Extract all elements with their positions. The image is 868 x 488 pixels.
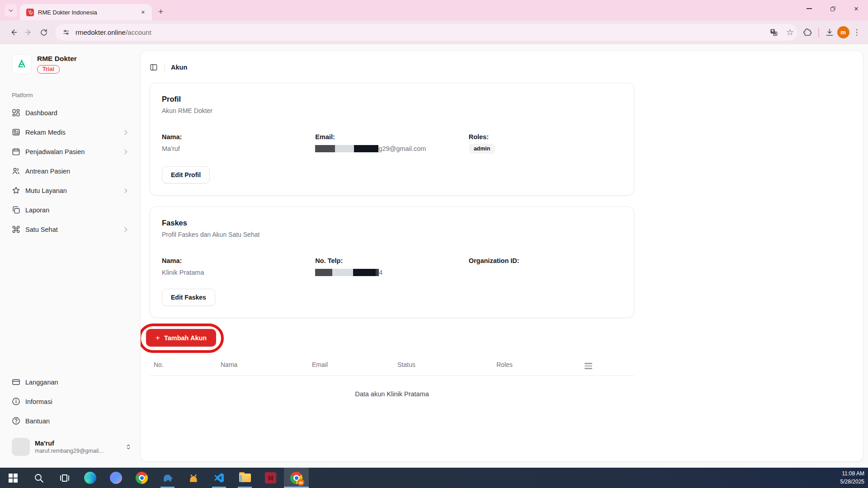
sidebar-item-label: Satu Sehat xyxy=(25,226,117,233)
file-explorer-icon xyxy=(239,474,251,482)
field-value-redacted: 4 xyxy=(315,269,468,276)
app-name: RME Dokter xyxy=(37,55,77,63)
sidebar-item-informasi[interactable]: Informasi xyxy=(12,392,132,411)
url-text: rmedokter.online/account xyxy=(75,28,151,37)
taskbar-postgresql[interactable] xyxy=(155,468,180,488)
taskbar-file-explorer[interactable] xyxy=(232,468,258,488)
sidebar-item-label: Dashboard xyxy=(25,109,129,117)
reload-icon xyxy=(40,28,48,37)
window-restore-button[interactable] xyxy=(821,0,844,17)
calendar-icon xyxy=(12,147,20,156)
back-icon xyxy=(9,28,18,37)
sidebar-item-antrean-pasien[interactable]: Antrean Pasien xyxy=(12,161,132,181)
sidebar-item-penjadwalan-pasien[interactable]: Penjadwalan Pasien xyxy=(12,142,132,161)
address-bar[interactable]: rmedokter.online/account ☆ xyxy=(55,24,797,41)
taskbar-orange-animal-app[interactable] xyxy=(180,468,206,488)
taskbar-search-button[interactable] xyxy=(26,468,52,488)
sidebar-user-button[interactable]: Ma'ruf maruf.rembang29@gmail... xyxy=(12,438,132,456)
field-label: No. Telp: xyxy=(315,257,468,264)
user-avatar xyxy=(12,438,30,456)
tab-title: RME Dokter Indonesia xyxy=(38,9,135,16)
menu-bars-icon xyxy=(585,363,592,369)
sidebar-item-label: Penjadwalan Pasien xyxy=(25,148,117,155)
column-header-roles: Roles xyxy=(496,361,585,369)
url-path: /account xyxy=(126,28,151,36)
window-minimize-button[interactable] xyxy=(797,0,821,17)
sidebar-item-mutu-layanan[interactable]: Mutu Layanan xyxy=(12,181,132,200)
task-view-button[interactable] xyxy=(52,468,77,488)
new-tab-button[interactable]: + xyxy=(158,7,163,16)
column-header-status: Status xyxy=(397,361,496,369)
sidebar-item-satu-sehat[interactable]: Satu Sehat xyxy=(12,220,132,239)
platform-section-label: Platform xyxy=(12,92,132,99)
mysql-icon: M xyxy=(265,472,276,483)
redaction-block xyxy=(335,145,354,152)
sidebar-item-rekam-medis[interactable]: Rekam Medis xyxy=(12,122,132,142)
translate-icon[interactable] xyxy=(767,26,781,39)
users-icon xyxy=(12,167,20,175)
taskbar-mysql[interactable]: M xyxy=(258,468,283,488)
copy-icon xyxy=(12,206,20,214)
restore-icon xyxy=(830,6,836,12)
tambah-akun-label: Tambah Akun xyxy=(164,334,207,342)
faskes-fields: Nama: Klinik Pratama No. Telp: 4 Organiz… xyxy=(162,257,622,276)
edit-profil-button[interactable]: Edit Profil xyxy=(162,166,210,183)
taskbar-clock[interactable]: 11:08 AM 5/28/2025 xyxy=(840,468,864,488)
sidebar-item-langganan[interactable]: Langganan xyxy=(12,372,132,392)
extensions-icon[interactable] xyxy=(801,26,815,39)
chevron-right-icon xyxy=(122,226,129,233)
window-controls: ✕ xyxy=(797,0,868,17)
taskbar-vscode[interactable] xyxy=(206,468,232,488)
clock-time: 11:08 AM xyxy=(840,470,864,478)
field-label: Email: xyxy=(315,133,468,141)
field-label: Nama: xyxy=(162,133,315,141)
info-icon xyxy=(12,397,20,406)
forward-button[interactable] xyxy=(21,25,36,40)
table-menu-button[interactable] xyxy=(585,361,634,369)
bookmark-star-icon[interactable]: ☆ xyxy=(786,27,794,38)
downloads-icon[interactable] xyxy=(823,26,836,39)
sidebar-item-dashboard[interactable]: Dashboard xyxy=(12,103,132,122)
profile-initial: m xyxy=(837,26,849,38)
reload-button[interactable] xyxy=(36,25,52,40)
faskes-card-subtitle: Profil Faskes dan Akun Satu Sehat xyxy=(162,231,622,238)
window-close-button[interactable]: ✕ xyxy=(844,0,868,17)
redaction-block xyxy=(315,145,335,152)
tab-close-icon[interactable]: ✕ xyxy=(139,9,147,16)
tambah-akun-button[interactable]: + Tambah Akun xyxy=(146,329,216,347)
chrome-icon: m xyxy=(290,472,302,484)
rme-dokter-favicon xyxy=(26,9,34,16)
sidebar-item-label: Laporan xyxy=(25,206,129,214)
taskbar-copilot[interactable] xyxy=(103,468,129,488)
accounts-table: No. Nama Email Status Roles Data akun Kl… xyxy=(150,357,634,398)
back-button[interactable] xyxy=(5,25,21,40)
page-title: Akun xyxy=(171,64,187,71)
sidebar-item-label: Langganan xyxy=(25,379,129,386)
start-button[interactable] xyxy=(0,468,26,488)
browser-profile-avatar[interactable]: m xyxy=(836,26,850,39)
taskbar-chrome[interactable] xyxy=(129,468,155,488)
site-info-icon[interactable] xyxy=(62,28,70,36)
taskbar-chrome-active[interactable]: m xyxy=(283,468,309,488)
browser-tab[interactable]: RME Dokter Indonesia ✕ xyxy=(20,4,152,20)
sidebar-toggle-button[interactable] xyxy=(150,63,158,71)
browser-menu-icon[interactable]: ⋮ xyxy=(850,26,863,39)
medical-record-icon xyxy=(12,128,20,136)
sidebar-item-label: Bantuan xyxy=(25,418,129,425)
user-name: Ma'ruf xyxy=(35,440,119,447)
task-view-icon xyxy=(59,473,70,483)
copilot-icon xyxy=(110,472,122,484)
tab-search-button[interactable] xyxy=(5,4,17,17)
faskes-card: Faskes Profil Faskes dan Akun Satu Sehat… xyxy=(150,206,634,318)
app-sidebar: RME Dokter Trial Platform Dashboard Reka… xyxy=(0,44,140,468)
field-value: Ma'ruf xyxy=(162,145,315,152)
edit-faskes-button[interactable]: Edit Faskes xyxy=(162,289,215,306)
chevron-right-icon xyxy=(122,129,129,136)
sidebar-item-bantuan[interactable]: Bantuan xyxy=(12,411,132,431)
profil-card-subtitle: Akun RME Dokter xyxy=(162,107,622,114)
sidebar-item-laporan[interactable]: Laporan xyxy=(12,200,132,220)
postgresql-elephant-icon xyxy=(161,472,174,484)
sidebar-item-label: Mutu Layanan xyxy=(25,187,117,194)
sidebar-item-label: Informasi xyxy=(25,398,129,405)
taskbar-edge[interactable] xyxy=(77,468,103,488)
